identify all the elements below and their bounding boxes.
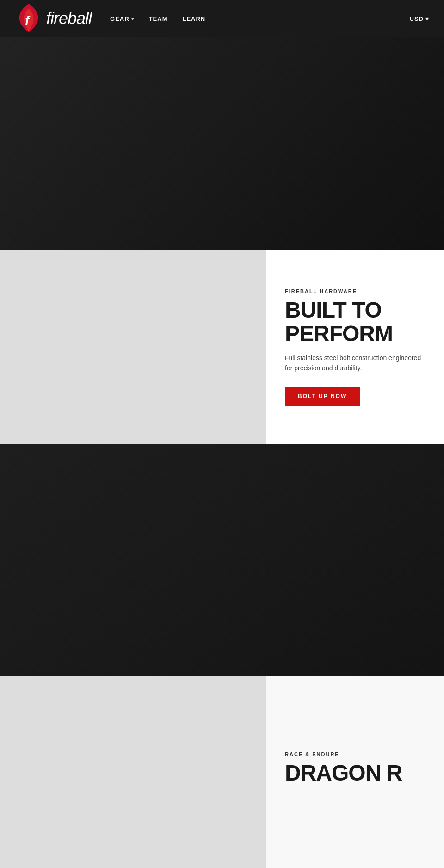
dragon-content: RACE & ENDURE DRAGON R <box>266 676 444 868</box>
dragon-product-image <box>0 676 266 868</box>
nav-team[interactable]: TEAM <box>149 15 168 22</box>
nav-learn[interactable]: LEARN <box>182 15 205 22</box>
hardware-title: BUILT TO PERFORM <box>285 299 429 345</box>
hero-background <box>0 37 444 250</box>
dark-product-section <box>0 444 444 676</box>
hero-section <box>0 37 444 250</box>
dragon-image-area <box>0 676 266 868</box>
currency-dropdown-icon: ▾ <box>426 15 429 22</box>
nav-gear[interactable]: GEAR ▾ <box>110 15 134 22</box>
hardware-section: FIREBALL HARDWARE BUILT TO PERFORM Full … <box>0 250 444 444</box>
currency-selector[interactable]: USD ▾ <box>410 15 429 22</box>
main-nav: GEAR ▾ TEAM LEARN <box>110 15 205 22</box>
dragon-title: DRAGON R <box>285 762 429 785</box>
site-header: f fireball GEAR ▾ TEAM LEARN USD ▾ <box>0 0 444 37</box>
fireball-flame-icon: f <box>15 3 43 34</box>
gear-dropdown-icon: ▾ <box>131 16 134 21</box>
header-right: USD ▾ <box>410 15 429 22</box>
bolt-up-now-button[interactable]: BOLT UP NOW <box>285 387 360 406</box>
hardware-description: Full stainless steel bolt construction e… <box>285 353 429 374</box>
hardware-image-area <box>0 250 266 444</box>
logo-area[interactable]: f fireball <box>15 3 92 34</box>
dragon-section: RACE & ENDURE DRAGON R <box>0 676 444 868</box>
dragon-eyebrow: RACE & ENDURE <box>285 751 429 757</box>
dark-section-background <box>0 444 444 676</box>
hardware-content: FIREBALL HARDWARE BUILT TO PERFORM Full … <box>266 250 444 444</box>
logo-text: fireball <box>46 10 92 27</box>
hardware-eyebrow: FIREBALL HARDWARE <box>285 288 429 294</box>
hardware-product-image <box>0 250 266 444</box>
